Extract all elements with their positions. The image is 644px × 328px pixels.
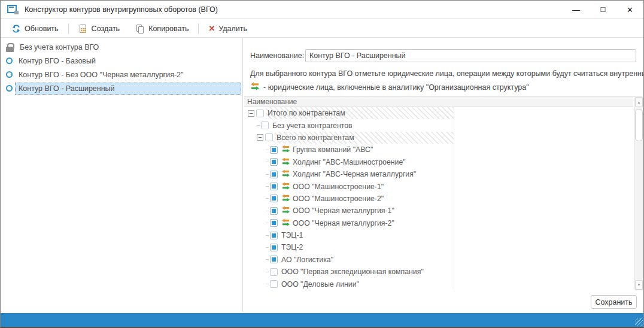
row-checkbox[interactable] [270, 171, 278, 178]
org-structure-icon [281, 194, 290, 204]
lock-icon [6, 42, 14, 52]
tree-row[interactable]: ООО "Деловые линии" [244, 278, 633, 290]
name-input[interactable] [305, 49, 636, 62]
legend-text: - юридические лица, включенные в аналити… [263, 83, 529, 92]
row-checkbox[interactable] [265, 133, 273, 141]
save-button[interactable]: Сохранить [591, 295, 637, 309]
tree-row[interactable]: ООО "Машиностроение-2" [244, 193, 633, 205]
tree-row[interactable]: ТЭЦ-2 [244, 241, 633, 253]
tree-row[interactable]: ООО "Черная металлургия-1" [244, 205, 633, 217]
tree-row-label: Группа компаний "АВС" [293, 145, 373, 154]
tree-connector [266, 284, 269, 284]
name-label: Наименование: [250, 51, 305, 60]
row-checkbox[interactable] [256, 110, 264, 117]
status-bar [1, 313, 643, 327]
resize-grip-icon[interactable] [635, 318, 643, 326]
org-structure-icon [281, 169, 290, 179]
refresh-button[interactable]: Обновить [7, 22, 63, 35]
tree-connector [266, 259, 269, 260]
tree-row-label: Итого по контрагентам [268, 109, 345, 117]
contour-list-item[interactable]: Контур ВГО - Без ООО "Черная металлургия… [1, 68, 242, 81]
new-document-icon [78, 24, 88, 34]
copy-button[interactable]: Копировать [130, 22, 193, 35]
vertical-scrollbar[interactable]: ▲ ▼ [634, 97, 643, 290]
tree-row[interactable]: Холдинг "АВС-Машиностроение" [244, 156, 633, 168]
org-structure-icon [250, 82, 260, 92]
title-bar: Конструктор контуров внутригрупповых обо… [1, 1, 643, 19]
tree-row[interactable]: ООО "Первая экспедиционная компания" [244, 266, 633, 278]
tree-row-label: ТЭЦ-2 [281, 243, 303, 251]
contour-list-item[interactable]: Контур ВГО - Расширенный [1, 81, 242, 95]
tree-row[interactable]: Всего по контрагентам [244, 132, 633, 144]
legend-row: - юридические лица, включенные в аналити… [250, 82, 529, 92]
tree-connector [266, 272, 269, 272]
radio-icon[interactable] [6, 57, 13, 64]
row-checkbox[interactable] [270, 219, 278, 227]
contour-list: Без учета контура ВГО Контур ВГО - Базов… [1, 38, 243, 312]
close-icon[interactable]: ✕ [616, 1, 643, 19]
tree-header[interactable]: Наименование [244, 97, 633, 107]
row-checkbox[interactable] [270, 207, 278, 215]
row-checkbox[interactable] [261, 122, 269, 129]
tree-row-label: Холдинг "АВС-Машиностроение" [293, 158, 406, 166]
app-window: Конструктор контуров внутригрупповых обо… [0, 0, 644, 328]
row-checkbox[interactable] [270, 146, 278, 154]
tree-connector [266, 211, 269, 211]
tree-connector [266, 198, 269, 199]
tree-row[interactable]: ООО "Черная металлургия-2" [244, 217, 633, 229]
tree-connector [266, 174, 269, 175]
tree-row[interactable]: ООО "Машиностроение-1" [244, 180, 633, 192]
window-controls: — ☐ ✕ [563, 1, 643, 19]
details-panel: Наименование: Для выбранного контура ВГО… [243, 38, 643, 312]
row-checkbox[interactable] [270, 158, 278, 166]
name-row: Наименование: [250, 49, 636, 62]
tree-connector [266, 235, 269, 236]
tree-row[interactable]: ТЭЦ-1 [244, 229, 633, 241]
scrollbar-thumb[interactable] [635, 109, 643, 141]
tree-row[interactable]: Итого по контрагентам [244, 107, 633, 119]
org-structure-icon [281, 145, 290, 154]
delete-icon: ✕ [208, 24, 215, 33]
row-checkbox[interactable] [270, 195, 278, 202]
tree-row[interactable]: Холдинг "АВС-Черная металлургия" [244, 168, 633, 180]
column-divider [454, 97, 454, 290]
row-checkbox[interactable] [270, 232, 278, 239]
window-title: Конструктор контуров внутригрупповых обо… [25, 5, 218, 14]
create-button[interactable]: Создать [74, 22, 125, 35]
radio-icon[interactable] [6, 85, 13, 92]
collapse-icon[interactable] [257, 134, 263, 141]
copy-icon [135, 24, 145, 34]
app-icon [7, 5, 19, 14]
row-checkbox[interactable] [270, 280, 278, 288]
tree-connector [266, 247, 269, 248]
toolbar-separator [68, 23, 69, 34]
tree-row-label: Всего по контрагентам [277, 133, 354, 142]
refresh-icon [11, 24, 21, 34]
contour-list-item[interactable]: Контур ВГО - Базовый [1, 54, 242, 68]
row-checkbox[interactable] [270, 268, 278, 276]
copy-label: Копировать [148, 25, 189, 33]
tree-row[interactable]: Группа компаний "АВС" [244, 144, 633, 156]
tree-row-label: ООО "Машиностроение-1" [293, 183, 384, 191]
radio-icon[interactable] [6, 71, 13, 78]
row-checkbox[interactable] [270, 244, 278, 251]
row-checkbox[interactable] [270, 183, 278, 190]
tree-row-label: ООО "Черная металлургия-2" [293, 219, 394, 227]
tree-connector [266, 162, 269, 162]
save-label: Сохранить [595, 298, 632, 306]
tree-connector [266, 223, 269, 223]
tree-row-label: ТЭЦ-1 [281, 231, 303, 239]
tree-row[interactable]: АО "Логистика" [244, 254, 633, 266]
delete-button[interactable]: ✕ Удалить [203, 22, 252, 35]
scroll-down-icon[interactable]: ▼ [635, 280, 643, 290]
contour-list-item[interactable]: Без учета контура ВГО [1, 40, 242, 54]
tree-row[interactable]: Без учета контрагентов [244, 119, 633, 131]
row-checkbox[interactable] [270, 256, 278, 263]
tree-body: Итого по контрагентам [244, 107, 633, 290]
scroll-up-icon[interactable]: ▲ [635, 98, 643, 107]
tree-connector [266, 186, 269, 187]
maximize-icon[interactable]: ☐ [590, 1, 616, 19]
minimize-icon[interactable]: — [563, 1, 590, 19]
collapse-icon[interactable] [248, 110, 254, 117]
tree-row-label: ООО "Деловые линии" [281, 280, 359, 288]
